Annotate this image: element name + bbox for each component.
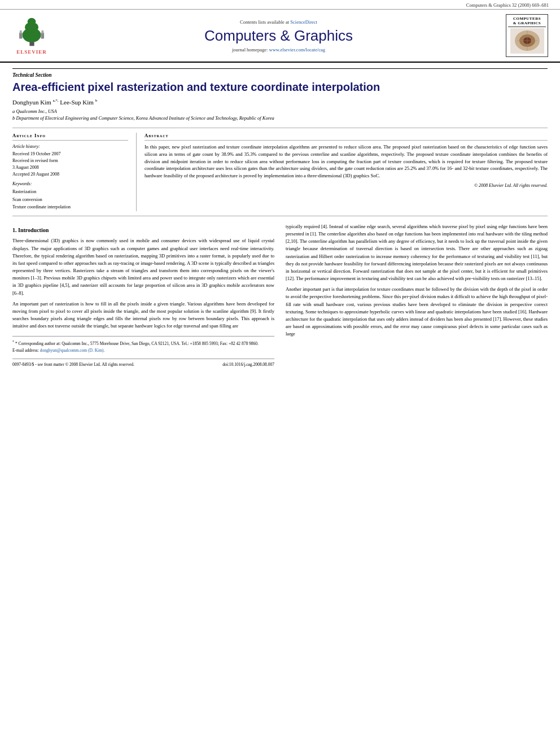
author-leesup: Lee-Sup Kim [60, 99, 94, 106]
footnote-area: * * Corresponding author at: Qualcomm In… [12, 336, 274, 354]
body-columns: 1. Introduction Three-dimensional (3D) g… [12, 223, 548, 368]
svg-point-3 [27, 18, 36, 25]
doi-text: doi:10.1016/j.cag.2008.08.007 [222, 361, 274, 368]
received-revised: Received in revised form [12, 158, 128, 164]
accepted-date: Accepted 20 August 2008 [12, 171, 128, 178]
body-para-3: typically required [4]. Instead of scanl… [286, 223, 548, 282]
authors-line: Donghyun Kim a,*, Lee-Sup Kim b [12, 98, 548, 106]
article-content: Technical Section Area-efficient pixel r… [0, 63, 560, 373]
svg-rect-5 [19, 30, 21, 33]
affiliation-a: a Qualcomm Inc., USA [12, 108, 548, 115]
body-para-4: Another important part is that interpola… [286, 286, 548, 338]
received-1: Received 19 October 2007 [12, 151, 128, 158]
svg-rect-0 [29, 42, 34, 46]
email-label: E-mail address: [12, 348, 39, 353]
cg-logo-graphic-icon [510, 28, 544, 54]
body-col-right: typically required [4]. Instead of scanl… [286, 223, 548, 368]
cg-logo-top-text: COMPUTERS& GRAPHICS [508, 16, 546, 27]
contents-label: Contents lists available at [240, 19, 289, 25]
article-info-panel: Article Info Article history: Received 1… [12, 133, 137, 211]
affiliation-b: b Department of Electrical Engineering a… [12, 115, 548, 122]
revised-date: 3 August 2008 [12, 164, 128, 171]
elsevier-brand-text: ELSEVIER [16, 49, 47, 55]
section1-heading: 1. Introduction [12, 226, 274, 235]
author-b-sup: b [95, 98, 98, 103]
body-para-2: An important part of rasterization is ho… [12, 300, 274, 330]
elsevier-logo: ELSEVIER [9, 17, 54, 55]
author-donghyun: Donghyun Kim [12, 99, 51, 106]
abstract-text: In this paper, new pixel rasterization a… [145, 143, 548, 180]
journal-header: ELSEVIER Contents lists available at Sci… [0, 10, 560, 63]
sciencedirect-link-line: Contents lists available at ScienceDirec… [60, 19, 497, 25]
article-info-title: Article Info [12, 133, 128, 141]
homepage-label: journal homepage: [232, 47, 268, 53]
cg-logo: COMPUTERS& GRAPHICS [503, 14, 551, 57]
keywords-label: Keywords: [12, 181, 128, 186]
elsevier-tree-icon [14, 17, 50, 48]
abstract-title: Abstract [145, 133, 548, 141]
homepage-link[interactable]: www.elsevier.com/locate/cag [269, 47, 326, 53]
issn-text: 0097-8493/$ - see front matter © 2008 El… [12, 361, 134, 368]
email-link[interactable]: donghyun@qualcomm.com (D. Kim). [40, 348, 105, 353]
info-abstract-row: Article Info Article history: Received 1… [12, 128, 548, 216]
section-label: Technical Section [12, 68, 548, 78]
top-bar: Computers & Graphics 32 (2008) 669–681 [0, 0, 560, 10]
keywords-list: Rasterization Scan conversion Texture co… [12, 188, 128, 211]
affiliations: a Qualcomm Inc., USA b Department of Ele… [12, 108, 548, 123]
article-title: Area-efficient pixel rasterization and t… [12, 80, 548, 94]
sciencedirect-link[interactable]: ScienceDirect [290, 19, 317, 25]
footnote-star: * [12, 340, 14, 343]
journal-center: Contents lists available at ScienceDirec… [60, 19, 497, 53]
author-a-sup: a,*, [53, 98, 59, 103]
svg-rect-7 [41, 30, 43, 33]
body-para-1: Three-dimensional (3D) graphics is now c… [12, 237, 274, 296]
footnote-email-line: E-mail address: donghyun@qualcomm.com (D… [12, 347, 274, 353]
keyword-1: Rasterization [12, 188, 128, 196]
footnote-corresponding: * * Corresponding author at: Qualcomm In… [12, 339, 274, 347]
body-col-left: 1. Introduction Three-dimensional (3D) g… [12, 223, 274, 368]
journal-citation: Computers & Graphics 32 (2008) 669–681 [466, 2, 549, 8]
cg-logo-box: COMPUTERS& GRAPHICS [506, 14, 548, 57]
keyword-3: Texture coordinate interpolation [12, 203, 128, 211]
footnote-corresponding-text: * Corresponding author at: Qualcomm Inc.… [15, 340, 259, 346]
bottom-bar: 0097-8493/$ - see front matter © 2008 El… [12, 359, 274, 368]
history-label: Article history: [12, 144, 128, 149]
journal-homepage-line: journal homepage: www.elsevier.com/locat… [60, 47, 497, 53]
copyright: © 2008 Elsevier Ltd. All rights reserved… [145, 183, 548, 188]
keyword-2: Scan conversion [12, 196, 128, 204]
journal-title: Computers & Graphics [60, 27, 497, 45]
abstract-panel: Abstract In this paper, new pixel raster… [137, 133, 548, 211]
